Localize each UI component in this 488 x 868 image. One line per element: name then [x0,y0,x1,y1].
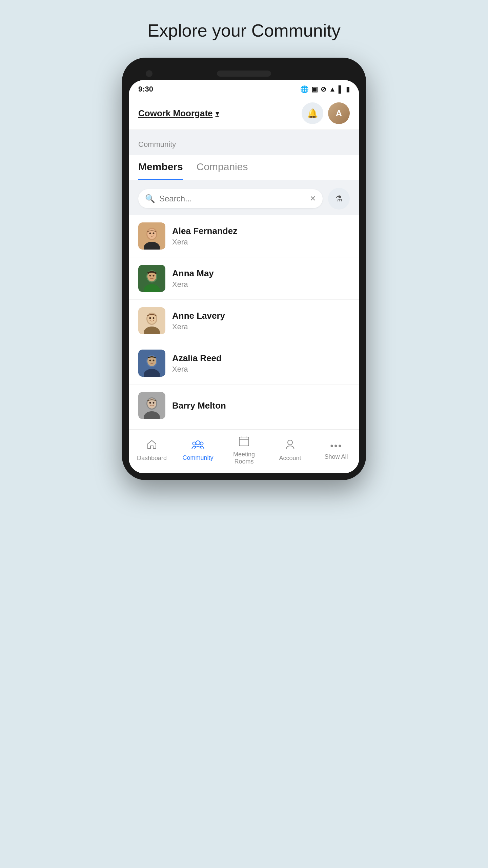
svg-point-29 [153,402,155,404]
community-icon [191,439,204,452]
svg-point-16 [149,317,151,319]
section-label: Community [138,140,350,149]
avatar-image [138,265,165,292]
member-name: Alea Fernandez [172,226,350,236]
svg-point-28 [149,402,151,404]
status-time: 9:30 [138,85,153,94]
member-info: Barry Melton [172,400,350,411]
clear-search-button[interactable]: ✕ [310,194,316,203]
member-avatar [138,307,165,334]
nav-label-community: Community [182,454,213,461]
member-name: Anna May [172,268,350,279]
user-avatar-button[interactable]: A [328,102,350,124]
notifications-button[interactable]: 🔔 [302,102,323,124]
search-box: 🔍 ✕ [138,189,323,208]
member-info: Azalia Reed Xera [172,353,350,374]
wifi-icon: ▲ [329,85,336,93]
svg-point-5 [153,233,155,234]
nav-label-show-all: Show All [324,453,348,460]
member-name: Barry Melton [172,400,350,411]
nav-label-account: Account [279,455,301,462]
search-input[interactable] [159,194,306,203]
chevron-down-icon: ▾ [216,109,219,117]
nav-item-community[interactable]: Community [181,439,215,461]
search-icon: 🔍 [145,194,155,203]
svg-point-11 [153,275,155,277]
svg-rect-33 [239,437,249,446]
list-item[interactable]: Anna May Xera [129,257,359,300]
calendar-icon [239,435,249,449]
filter-icon: ⚗ [335,194,343,203]
member-name: Anne Lavery [172,311,350,321]
list-item[interactable]: Anne Lavery Xera [129,300,359,342]
header-actions: 🔔 A [302,102,350,124]
members-list: Alea Fernandez Xera [129,215,359,430]
phone-top-bar [129,64,359,80]
member-avatar [138,265,165,292]
nav-item-dashboard[interactable]: Dashboard [135,439,169,462]
member-avatar [138,392,165,419]
signal-icon: ▌ [339,85,343,93]
phone-frame: 9:30 🌐 ▣ ⊘ ▲ ▌ ▮ Cowork Moorgate ▾ 🔔 [122,58,366,480]
status-bar: 9:30 🌐 ▣ ⊘ ▲ ▌ ▮ [129,80,359,97]
member-info: Alea Fernandez Xera [172,226,350,246]
list-item[interactable]: Barry Melton [129,384,359,430]
battery-icon: ▮ [346,85,350,93]
filter-button[interactable]: ⚗ [328,188,350,210]
search-row: 🔍 ✕ ⚗ [138,188,350,210]
svg-point-37 [288,440,292,445]
workspace-selector[interactable]: Cowork Moorgate ▾ [138,108,219,119]
svg-point-23 [153,360,155,361]
member-company: Xera [172,322,350,331]
phone-camera [146,70,152,77]
member-avatar [138,350,165,377]
avatar-image [138,350,165,377]
member-company: Xera [172,238,350,246]
home-icon [146,439,157,453]
workspace-name-text: Cowork Moorgate [138,108,213,119]
member-info: Anne Lavery Xera [172,311,350,331]
svg-point-30 [196,441,200,445]
status-icons: 🌐 ▣ ⊘ ▲ ▌ ▮ [300,85,350,93]
list-item[interactable]: Alea Fernandez Xera [129,215,359,257]
svg-point-32 [200,442,203,445]
tab-companies[interactable]: Companies [197,155,248,180]
member-name: Azalia Reed [172,353,350,363]
person-icon [285,439,295,453]
member-company: Xera [172,365,350,374]
content-area: Community Members Companies 🔍 ✕ ⚗ [129,130,359,430]
svg-point-17 [153,317,155,319]
nav-label-meeting-rooms: MeetingRooms [233,451,255,465]
svg-point-10 [149,275,151,277]
nav-label-dashboard: Dashboard [137,455,167,462]
page-title: Explore your Community [147,20,340,41]
globe-icon: 🌐 [300,85,309,93]
svg-point-22 [149,360,151,361]
avatar-image [138,392,165,419]
nav-item-show-all[interactable]: ••• Show All [319,440,353,460]
svg-point-31 [193,442,196,445]
member-avatar [138,222,165,250]
avatar-image [138,307,165,334]
nav-item-account[interactable]: Account [273,439,307,462]
list-item[interactable]: Azalia Reed Xera [129,342,359,384]
sim-icon: ▣ [311,85,318,93]
member-company: Xera [172,280,350,289]
app-header: Cowork Moorgate ▾ 🔔 A [129,97,359,130]
dnd-icon: ⊘ [321,85,326,93]
svg-point-4 [149,233,151,234]
bottom-nav: Dashboard Community [129,430,359,473]
more-icon: ••• [330,440,342,451]
bell-icon: 🔔 [307,108,318,119]
phone-speaker [217,71,271,77]
phone-screen: 9:30 🌐 ▣ ⊘ ▲ ▌ ▮ Cowork Moorgate ▾ 🔔 [129,80,359,473]
user-avatar: A [328,102,350,124]
tab-members[interactable]: Members [138,155,183,180]
tabs-bar: Members Companies [129,155,359,180]
member-info: Anna May Xera [172,268,350,289]
avatar-image [138,222,165,250]
nav-item-meeting-rooms[interactable]: MeetingRooms [227,435,261,465]
